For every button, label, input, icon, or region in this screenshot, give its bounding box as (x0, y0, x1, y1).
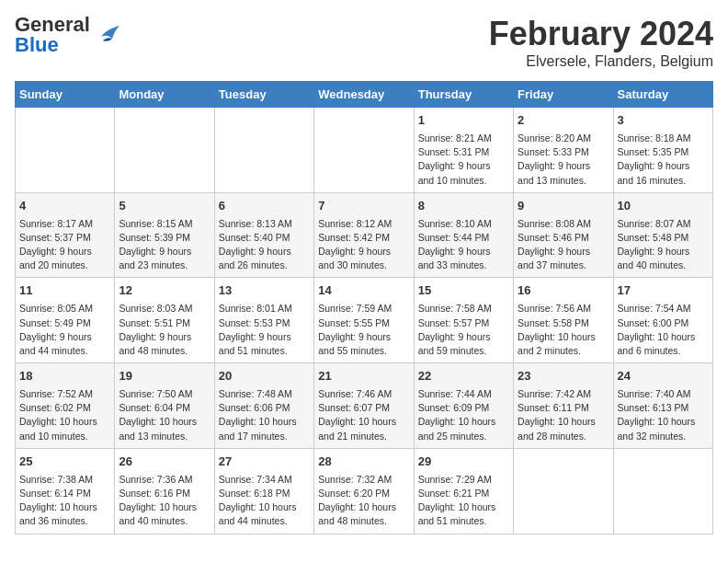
calendar-cell: 1Sunrise: 8:21 AMSunset: 5:31 PMDaylight… (414, 108, 513, 193)
cell-text: Sunset: 5:55 PM (318, 316, 409, 330)
cell-text: Sunrise: 8:18 AM (618, 132, 709, 145)
cell-text: Daylight: 10 hours (418, 415, 509, 429)
cell-text: Daylight: 9 hours (19, 245, 110, 259)
cell-text: and 44 minutes. (19, 344, 110, 358)
cell-text: Sunset: 6:11 PM (518, 401, 609, 415)
cell-text: Sunrise: 7:32 AM (318, 473, 409, 487)
day-number: 3 (618, 112, 709, 130)
cell-text: Daylight: 10 hours (618, 415, 709, 429)
day-number: 23 (518, 368, 609, 385)
cell-text: Sunrise: 8:17 AM (19, 217, 110, 231)
cell-text: Sunset: 5:51 PM (119, 316, 210, 330)
calendar-cell: 28Sunrise: 7:32 AMSunset: 6:20 PMDayligh… (314, 448, 414, 534)
col-header-thursday: Thursday (414, 82, 513, 108)
cell-text: Sunrise: 7:36 AM (119, 473, 210, 487)
cell-text: and 30 minutes. (318, 259, 409, 272)
calendar-cell (314, 108, 414, 193)
day-number: 8 (418, 198, 509, 215)
cell-text: and 21 minutes. (318, 430, 409, 443)
cell-text: Daylight: 10 hours (119, 500, 210, 514)
cell-text: Sunrise: 7:46 AM (318, 387, 409, 401)
calendar-table: SundayMondayTuesdayWednesdayThursdayFrid… (15, 81, 713, 534)
cell-text: Sunrise: 8:15 AM (119, 217, 210, 231)
day-number: 20 (219, 368, 310, 385)
cell-text: and 17 minutes. (219, 430, 310, 443)
cell-text: Sunrise: 7:29 AM (418, 473, 509, 487)
day-number: 9 (518, 198, 609, 215)
calendar-cell: 6Sunrise: 8:13 AMSunset: 5:40 PMDaylight… (214, 192, 313, 278)
day-number: 13 (219, 282, 310, 300)
cell-text: Sunset: 6:18 PM (219, 487, 310, 500)
cell-text: Sunset: 5:53 PM (219, 316, 310, 330)
cell-text: Sunrise: 7:59 AM (318, 302, 409, 316)
day-number: 6 (219, 198, 310, 215)
cell-text: Daylight: 9 hours (418, 159, 509, 173)
cell-text: and 10 minutes. (19, 430, 110, 443)
calendar-cell: 29Sunrise: 7:29 AMSunset: 6:21 PMDayligh… (414, 448, 513, 534)
cell-text: Daylight: 10 hours (19, 500, 110, 514)
calendar-cell: 2Sunrise: 8:20 AMSunset: 5:33 PMDaylight… (514, 108, 613, 193)
cell-text: Sunrise: 7:52 AM (19, 387, 110, 401)
day-number: 15 (418, 282, 509, 300)
cell-text: and 20 minutes. (19, 259, 110, 272)
cell-text: Sunset: 5:31 PM (418, 145, 509, 159)
logo-blue-text: Blue (15, 33, 59, 56)
calendar-cell: 16Sunrise: 7:56 AMSunset: 5:58 PMDayligh… (514, 278, 613, 363)
cell-text: Sunset: 6:13 PM (618, 401, 709, 415)
cell-text: Daylight: 9 hours (318, 245, 409, 259)
calendar-cell: 17Sunrise: 7:54 AMSunset: 6:00 PMDayligh… (613, 278, 712, 363)
cell-text: Daylight: 10 hours (318, 415, 409, 429)
calendar-cell: 23Sunrise: 7:42 AMSunset: 6:11 PMDayligh… (514, 363, 613, 449)
page-header: General Blue February 2024 Elversele, Fl… (15, 15, 713, 70)
col-header-wednesday: Wednesday (314, 82, 414, 108)
cell-text: and 26 minutes. (219, 259, 310, 272)
calendar-cell: 11Sunrise: 8:05 AMSunset: 5:49 PMDayligh… (16, 278, 115, 363)
day-number: 7 (318, 198, 409, 215)
cell-text: Sunset: 5:48 PM (618, 231, 709, 245)
cell-text: Daylight: 9 hours (618, 245, 709, 259)
cell-text: Sunset: 6:16 PM (119, 487, 210, 500)
week-row-3: 11Sunrise: 8:05 AMSunset: 5:49 PMDayligh… (16, 278, 713, 363)
cell-text: Sunrise: 8:03 AM (119, 302, 210, 316)
calendar-cell: 12Sunrise: 8:03 AMSunset: 5:51 PMDayligh… (115, 278, 214, 363)
cell-text: and 16 minutes. (618, 174, 709, 188)
cell-text: Sunrise: 8:21 AM (418, 132, 509, 145)
calendar-cell: 7Sunrise: 8:12 AMSunset: 5:42 PMDaylight… (314, 192, 414, 278)
cell-text: and 44 minutes. (219, 514, 310, 528)
calendar-cell: 15Sunrise: 7:58 AMSunset: 5:57 PMDayligh… (414, 278, 513, 363)
calendar-cell: 5Sunrise: 8:15 AMSunset: 5:39 PMDaylight… (115, 192, 214, 278)
calendar-cell: 22Sunrise: 7:44 AMSunset: 6:09 PMDayligh… (414, 363, 513, 449)
cell-text: Daylight: 9 hours (418, 245, 509, 259)
cell-text: Daylight: 10 hours (318, 500, 409, 514)
calendar-cell (16, 108, 115, 193)
cell-text: Sunrise: 7:56 AM (518, 302, 609, 316)
day-number: 4 (19, 198, 110, 215)
cell-text: Daylight: 9 hours (418, 330, 509, 344)
cell-text: Daylight: 10 hours (219, 415, 310, 429)
calendar-cell (115, 108, 214, 193)
cell-text: Sunset: 6:20 PM (318, 487, 409, 500)
col-header-monday: Monday (115, 82, 214, 108)
cell-text: Sunrise: 8:20 AM (518, 132, 609, 145)
col-header-friday: Friday (514, 82, 613, 108)
week-row-1: 1Sunrise: 8:21 AMSunset: 5:31 PMDaylight… (16, 108, 713, 193)
cell-text: Sunrise: 7:44 AM (418, 387, 509, 401)
cell-text: Daylight: 9 hours (318, 330, 409, 344)
cell-text: Sunset: 6:07 PM (318, 401, 409, 415)
cell-text: Sunrise: 8:05 AM (19, 302, 110, 316)
calendar-cell: 4Sunrise: 8:17 AMSunset: 5:37 PMDaylight… (16, 192, 115, 278)
day-number: 2 (518, 112, 609, 130)
day-number: 10 (618, 198, 709, 215)
cell-text: Daylight: 9 hours (219, 330, 310, 344)
cell-text: and 51 minutes. (219, 344, 310, 358)
calendar-cell: 3Sunrise: 8:18 AMSunset: 5:35 PMDaylight… (613, 108, 712, 193)
calendar-cell: 26Sunrise: 7:36 AMSunset: 6:16 PMDayligh… (115, 448, 214, 534)
calendar-cell: 13Sunrise: 8:01 AMSunset: 5:53 PMDayligh… (214, 278, 313, 363)
title-block: February 2024 Elversele, Flanders, Belgi… (489, 15, 713, 70)
cell-text: Sunrise: 8:07 AM (618, 217, 709, 231)
cell-text: and 10 minutes. (418, 174, 509, 188)
day-number: 27 (219, 454, 310, 471)
day-number: 29 (418, 454, 509, 471)
week-row-5: 25Sunrise: 7:38 AMSunset: 6:14 PMDayligh… (16, 448, 713, 534)
cell-text: Sunset: 5:57 PM (418, 316, 509, 330)
